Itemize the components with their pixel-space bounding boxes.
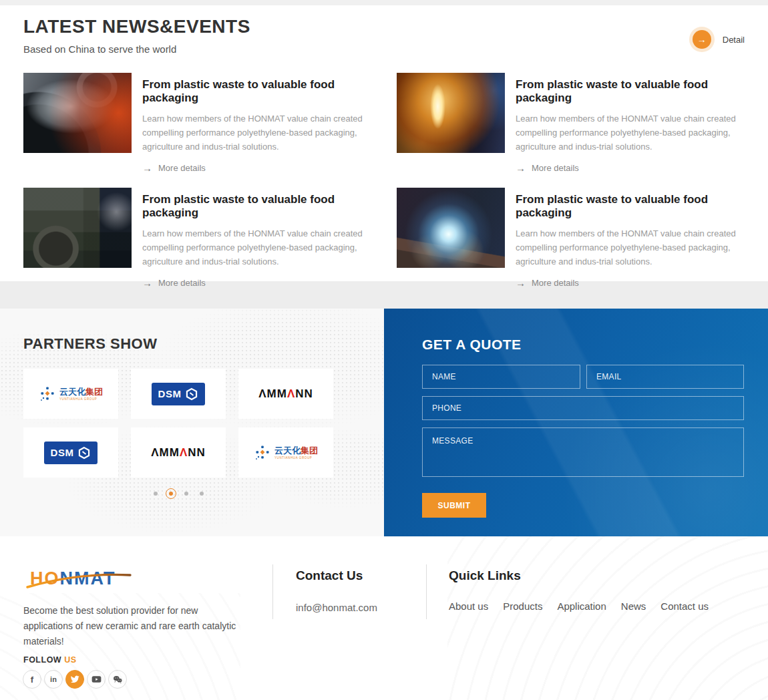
submit-button[interactable]: SUBMIT xyxy=(422,493,486,518)
contact-email: info@honmat.com xyxy=(296,602,377,613)
social-icons-row: f in xyxy=(23,670,127,689)
linkedin-icon[interactable]: in xyxy=(44,670,63,689)
arrow-right-icon: → xyxy=(142,277,152,289)
more-details-label[interactable]: More details xyxy=(532,163,579,173)
news-card-title[interactable]: From plastic waste to valuable food pack… xyxy=(516,78,744,105)
news-card: From plastic waste to valuable food pack… xyxy=(397,73,744,174)
carousel-dot-3[interactable] xyxy=(184,492,188,496)
news-section: LATEST NEWS&EVENTS Based on China to ser… xyxy=(0,5,768,281)
partner-logo-dsm: DSM xyxy=(131,369,226,419)
ammann-wordmark: ΛMMΛNN xyxy=(258,387,313,401)
phone-input[interactable] xyxy=(422,396,744,420)
more-details-link[interactable]: → More details xyxy=(142,162,371,174)
mid-section: PARTNERS SHOW xyxy=(0,309,768,536)
arrow-right-icon[interactable]: → xyxy=(693,30,711,49)
quote-form: SUBMIT xyxy=(422,365,744,518)
page: LATEST NEWS&EVENTS Based on China to ser… xyxy=(0,0,768,700)
twitter-icon[interactable] xyxy=(65,670,84,689)
partners-title: PARTNERS SHOW xyxy=(23,335,384,353)
quick-link-application[interactable]: Application xyxy=(557,600,606,612)
quick-links-row: About us Products Application News Conta… xyxy=(449,600,709,612)
message-textarea[interactable] xyxy=(422,427,744,477)
quick-link-about-us[interactable]: About us xyxy=(449,600,488,612)
more-details-label[interactable]: More details xyxy=(158,163,206,173)
arrow-right-icon: → xyxy=(516,277,526,289)
news-detail-button[interactable]: → Detail xyxy=(689,27,745,52)
partner-logo-dsm: DSM xyxy=(23,427,118,478)
news-grid: From plastic waste to valuable food pack… xyxy=(23,73,745,289)
more-details-link[interactable]: → More details xyxy=(516,162,744,174)
footer-quick-links-block: Quick Links About us Products Applicatio… xyxy=(449,568,709,612)
news-image-welding-sparks[interactable] xyxy=(397,188,505,268)
news-section-title: LATEST NEWS&EVENTS xyxy=(23,16,745,37)
footer: HONMAT Become the best solution provider… xyxy=(0,536,768,700)
carousel-dots xyxy=(23,492,333,496)
email-input[interactable] xyxy=(586,365,744,389)
quick-links-heading: Quick Links xyxy=(449,568,709,583)
news-card: From plastic waste to valuable food pack… xyxy=(397,188,744,289)
yuntianhua-emblem-icon xyxy=(39,385,56,403)
news-section-subtitle: Based on China to serve the world xyxy=(23,43,745,55)
partner-logo-yuntianhua: 云天化集团 YUNTIANHUA GROUP xyxy=(238,427,333,478)
more-details-label[interactable]: More details xyxy=(532,278,579,288)
more-details-label[interactable]: More details xyxy=(158,278,206,288)
news-card-description: Learn how members of the HONMAT value ch… xyxy=(142,112,371,154)
dsm-emblem-icon xyxy=(77,446,91,460)
partners-logo-grid: 云天化集团 YUNTIANHUA GROUP DSM xyxy=(23,369,384,478)
news-card-body: From plastic waste to valuable food pack… xyxy=(142,73,371,174)
partners-section: PARTNERS SHOW xyxy=(0,309,384,536)
footer-contact-block: Contact Us info@honmat.com xyxy=(296,568,377,613)
yuntianhua-name: 云天化集团 xyxy=(274,446,318,455)
yuntianhua-subtitle: YUNTIANHUA GROUP xyxy=(59,397,103,401)
more-details-link[interactable]: → More details xyxy=(142,277,371,289)
news-card-title[interactable]: From plastic waste to valuable food pack… xyxy=(142,78,371,105)
detail-button-label[interactable]: Detail xyxy=(723,35,745,45)
news-card-body: From plastic waste to valuable food pack… xyxy=(516,188,744,289)
quick-link-news[interactable]: News xyxy=(621,600,646,612)
more-details-link[interactable]: → More details xyxy=(516,277,744,289)
contact-us-heading: Contact Us xyxy=(296,568,377,583)
carousel-dot-1[interactable] xyxy=(154,492,158,496)
arrow-right-icon: → xyxy=(516,162,526,174)
honmat-logo: HONMAT xyxy=(30,564,130,592)
logo-swoosh-icon xyxy=(26,564,133,592)
arrow-right-icon: → xyxy=(142,162,152,174)
carousel-dot-2-active[interactable] xyxy=(169,492,173,496)
follow-us-label: FOLLOW US xyxy=(23,655,77,665)
top-strip xyxy=(0,0,768,5)
footer-tagline: Become the best solution provider for ne… xyxy=(23,603,244,649)
wechat-icon[interactable] xyxy=(108,670,127,689)
news-image-tire-smoke[interactable] xyxy=(23,73,132,153)
dsm-wordmark: DSM xyxy=(51,447,74,458)
partner-logo-yuntianhua: 云天化集团 YUNTIANHUA GROUP xyxy=(23,369,118,419)
yuntianhua-emblem-icon xyxy=(254,444,271,462)
partner-logo-ammann: ΛMMΛNN xyxy=(131,427,226,478)
news-card-description: Learn how members of the HONMAT value ch… xyxy=(142,226,371,269)
quick-link-contact-us[interactable]: Contact us xyxy=(660,600,709,612)
footer-divider xyxy=(426,564,427,619)
news-card-title[interactable]: From plastic waste to valuable food pack… xyxy=(142,193,371,220)
news-card-description: Learn how members of the HONMAT value ch… xyxy=(516,226,744,269)
partner-logo-ammann: ΛMMΛNN xyxy=(238,369,333,419)
footer-divider xyxy=(272,564,273,619)
dsm-wordmark: DSM xyxy=(158,388,182,399)
yuntianhua-subtitle: YUNTIANHUA GROUP xyxy=(274,456,318,460)
name-input[interactable] xyxy=(422,365,580,389)
yuntianhua-name: 云天化集团 xyxy=(59,387,103,396)
ammann-wordmark: ΛMMΛNN xyxy=(151,446,206,460)
youtube-icon[interactable] xyxy=(87,670,106,689)
carousel-dot-4[interactable] xyxy=(200,492,204,496)
news-card-body: From plastic waste to valuable food pack… xyxy=(516,73,744,174)
news-image-machinist-lathe[interactable] xyxy=(23,188,132,268)
quick-link-products[interactable]: Products xyxy=(503,600,542,612)
quote-section: GET A QUOTE SUBMIT xyxy=(384,309,768,536)
news-card: From plastic waste to valuable food pack… xyxy=(23,73,371,174)
facebook-icon[interactable]: f xyxy=(23,670,41,689)
news-card: From plastic waste to valuable food pack… xyxy=(23,188,371,289)
quote-title: GET A QUOTE xyxy=(422,337,744,353)
news-image-molten-metal[interactable] xyxy=(397,73,505,153)
news-card-body: From plastic waste to valuable food pack… xyxy=(142,188,371,289)
news-card-description: Learn how members of the HONMAT value ch… xyxy=(516,112,744,154)
dsm-emblem-icon xyxy=(185,387,198,401)
news-card-title[interactable]: From plastic waste to valuable food pack… xyxy=(516,193,744,220)
